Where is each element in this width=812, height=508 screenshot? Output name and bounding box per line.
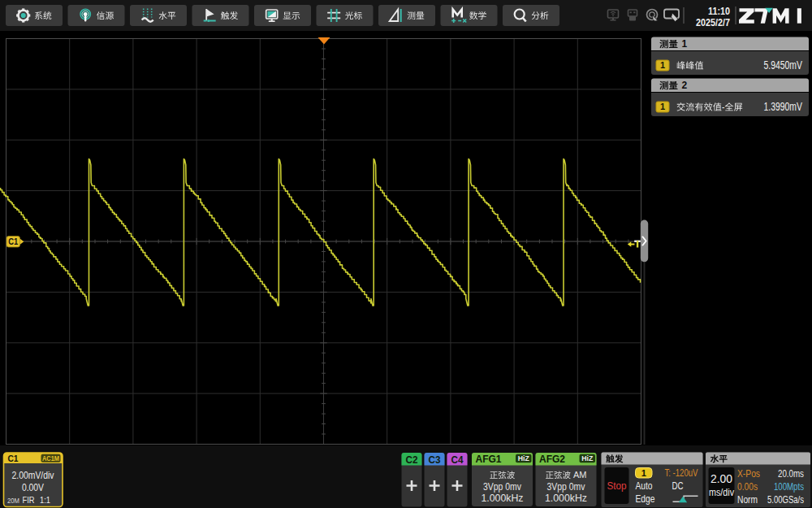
svg-text:AFG2: AFG2 [539,454,565,465]
svg-text:5.9450mV: 5.9450mV [764,59,803,72]
svg-text:Norm: Norm [737,493,758,506]
svg-text:AC1M: AC1M [42,454,59,462]
svg-text:AM: AM [573,470,587,480]
svg-text:C3: C3 [429,454,441,466]
svg-text:Stop: Stop [607,480,627,492]
svg-text:AFG1: AFG1 [476,454,502,465]
svg-text:1: 1 [660,102,665,111]
svg-text:1:1: 1:1 [40,495,50,505]
svg-text:3Vpp 0mv: 3Vpp 0mv [547,481,585,493]
svg-text:ms/div: ms/div [709,487,734,498]
svg-text:1: 1 [682,38,688,50]
svg-text:3Vpp 0mv: 3Vpp 0mv [483,481,521,493]
svg-text:HiZ: HiZ [518,454,529,462]
svg-text:5.00GSa/s: 5.00GSa/s [767,493,804,506]
svg-text:0.00s: 0.00s [737,480,758,493]
svg-text:20M: 20M [7,497,19,505]
svg-text:FIR: FIR [23,495,35,505]
svg-text:C1: C1 [8,454,19,463]
svg-text:X-Pos: X-Pos [737,467,760,480]
svg-text:C4: C4 [451,454,464,466]
svg-text:C1: C1 [8,237,18,246]
svg-text:1: 1 [641,468,646,478]
svg-text:C2: C2 [406,454,418,466]
svg-text:Auto: Auto [636,480,653,492]
svg-text:DC: DC [672,480,684,492]
svg-text:2025/2/7: 2025/2/7 [696,17,730,28]
svg-text:1.000kHz: 1.000kHz [545,493,587,504]
svg-text:100Mpts: 100Mpts [774,480,804,493]
svg-text:1: 1 [660,60,665,70]
svg-text:11:10: 11:10 [708,6,730,17]
svg-text:1.000kHz: 1.000kHz [482,493,524,504]
svg-text:2.00: 2.00 [710,471,732,485]
svg-text:T: -120uV: T: -120uV [665,467,698,479]
svg-text:1.3990mV: 1.3990mV [764,100,803,113]
svg-text:Edge: Edge [636,493,655,505]
svg-text:2: 2 [682,80,688,91]
svg-text:0.00V: 0.00V [22,482,44,493]
svg-text:HiZ: HiZ [581,454,593,462]
svg-text:-: - [722,102,724,113]
svg-text:2.00mV/div: 2.00mV/div [12,470,54,481]
svg-text:20.0ms: 20.0ms [778,467,804,480]
